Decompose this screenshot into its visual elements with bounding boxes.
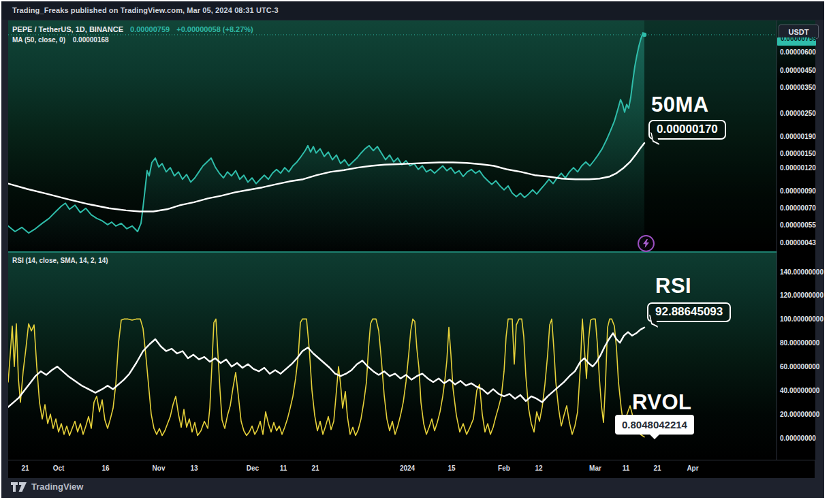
ma-annotation-value: 0.00000170 (657, 123, 718, 136)
scale-label: 20.00000000 (780, 411, 819, 418)
flash-boost-button[interactable] (638, 235, 655, 252)
time-axis-label: Oct (53, 464, 65, 472)
symbol-title: PEPE / TetherUS, 1D, BINANCE (12, 25, 123, 33)
scale-label: 0.00000055 (780, 221, 816, 229)
ma-legend[interactable]: MA (50, close, 0) 0.00000168 (12, 36, 109, 44)
tradingview-snapshot: Trading_Freaks published on TradingView.… (0, 0, 831, 504)
callout-tail (649, 434, 660, 439)
scale-label: 0.00000090 (780, 187, 816, 195)
scale-label: 0.00000000 (780, 435, 816, 442)
scale-label: 0.00000350 (780, 84, 816, 91)
scale-label: 0.00000150 (780, 150, 816, 157)
tradingview-logo-icon (11, 482, 27, 492)
publish-bar: Trading_Freaks published on TradingView.… (1, 1, 824, 20)
time-axis-label: 13 (190, 464, 198, 472)
scale-label: 0.00000070 (780, 204, 816, 212)
time-axis-label: Feb (498, 464, 510, 472)
time-axis-label: Dec (247, 464, 259, 472)
rvol-annotation-value: 0.8048042214 (622, 419, 687, 430)
time-axis-label: 11 (623, 464, 630, 472)
scale-label: 80.00000000 (780, 339, 819, 347)
scale-label: 40.00000000 (780, 387, 819, 394)
rsi-legend[interactable]: RSI (14, close, SMA, 14, 2, 14) (12, 257, 108, 264)
time-axis-label: 21 (21, 464, 29, 472)
lightning-icon (642, 239, 650, 248)
ma-annotation-title: 50MA (651, 93, 709, 117)
time-axis-label: 21 (311, 464, 319, 472)
ma-annotation-callout: 0.00000170 (648, 120, 726, 140)
ma-legend-label: MA (50, close, 0) (12, 36, 65, 44)
time-axis-label: 12 (535, 464, 542, 472)
scale-label: 0.00000600 (780, 48, 816, 56)
rsi-annotation-value: 92.88645093 (655, 305, 723, 318)
price-change-value: +0.00000058 (+8.27%) (176, 25, 253, 33)
rsi-annotation-callout: 92.88645093 (647, 302, 731, 322)
time-axis-label: 16 (101, 464, 109, 472)
last-price-value: 0.00000759 (130, 25, 170, 33)
scale-label: 0.00000250 (780, 110, 816, 117)
last-price-badge-value: 0.00000759 (781, 37, 816, 42)
scale-label: 60.00000000 (780, 363, 819, 371)
currency-toggle-button[interactable]: USDT (779, 25, 819, 39)
time-axis-label: 11 (280, 464, 287, 472)
ma-legend-value: 0.00000168 (73, 36, 109, 44)
time-axis-label: 21 (653, 464, 661, 472)
scale-label: 0.00000120 (780, 164, 816, 172)
scale-label: 100.00000000 (780, 315, 824, 323)
rsi-annotation-title: RSI (655, 274, 691, 298)
publish-text: Trading_Freaks published on TradingView.… (12, 6, 279, 14)
time-axis-label: Nov (153, 464, 166, 472)
footer-bar[interactable]: TradingView (11, 482, 83, 492)
scale-label: 120.00000000 (780, 292, 824, 299)
tradingview-brand-text: TradingView (31, 482, 83, 492)
last-price-badge: 0.00000759 (777, 37, 816, 46)
rvol-annotation-title: RVOL (632, 390, 692, 415)
scale-label: 0.00000043 (780, 239, 816, 247)
scale-label: 140.00000000 (780, 268, 824, 276)
scale-label: 0.00000450 (780, 67, 816, 74)
time-axis-label: 2024 (400, 464, 415, 472)
rvol-annotation-callout: 0.8048042214 (615, 415, 694, 435)
time-axis-label: Apr (687, 464, 698, 472)
time-axis-label: Mar (589, 464, 601, 472)
symbol-legend[interactable]: PEPE / TetherUS, 1D, BINANCE 0.00000759 … (12, 25, 253, 33)
time-axis-label: 15 (448, 464, 455, 472)
scale-label: 0.00000190 (780, 133, 816, 140)
